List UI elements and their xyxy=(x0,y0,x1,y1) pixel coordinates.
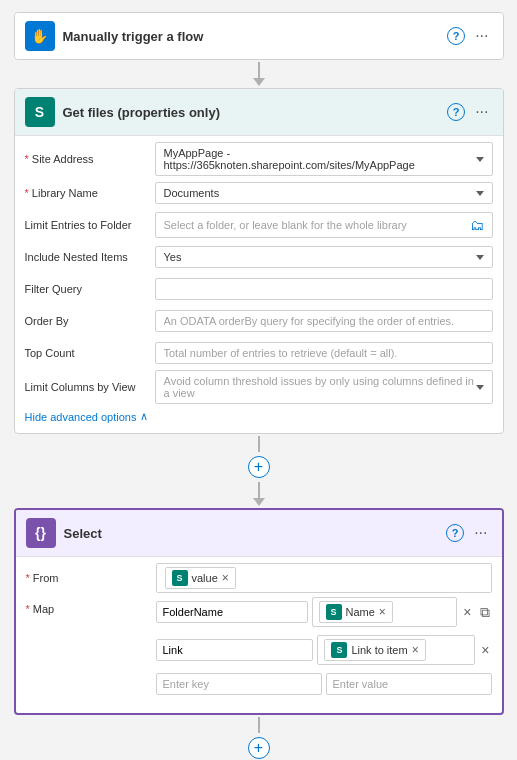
library-name-select[interactable]: Documents xyxy=(155,182,493,204)
map-val-chip-close-0[interactable]: × xyxy=(379,606,386,618)
trigger-title: Manually trigger a flow xyxy=(63,29,440,44)
library-name-row: Library Name Documents xyxy=(25,178,493,208)
limit-columns-row: Limit Columns by View Avoid column thres… xyxy=(25,370,493,404)
limit-folder-placeholder: Select a folder, or leave blank for the … xyxy=(164,219,470,231)
limit-columns-control[interactable]: Avoid column threshold issues by only us… xyxy=(155,370,493,404)
get-files-card: S Get files (properties only) ? ··· Site… xyxy=(14,88,504,434)
filter-query-label: Filter Query xyxy=(25,283,155,295)
from-chip-icon: S xyxy=(172,570,188,586)
order-by-control[interactable] xyxy=(155,310,493,332)
map-val-2[interactable] xyxy=(326,673,492,695)
connector-3: + xyxy=(248,717,270,760)
trigger-card: ✋ Manually trigger a flow ? ··· xyxy=(14,12,504,60)
trigger-help-btn[interactable]: ? xyxy=(447,27,465,45)
from-field[interactable]: S value × xyxy=(156,563,492,593)
map-row-2 xyxy=(156,673,492,695)
select-title: Select xyxy=(64,526,439,541)
map-del-btn-1[interactable]: × xyxy=(479,642,491,658)
select-help-btn[interactable]: ? xyxy=(446,524,464,542)
from-row: From S value × xyxy=(26,563,492,593)
nested-items-control[interactable]: Yes xyxy=(155,246,493,268)
order-by-row: Order By xyxy=(25,306,493,336)
map-key-2[interactable] xyxy=(156,673,322,695)
top-count-label: Top Count xyxy=(25,347,155,359)
connector-line-3a xyxy=(258,717,260,733)
top-count-input[interactable] xyxy=(155,342,493,364)
site-address-value: MyAppPage - https://365knoten.sharepoint… xyxy=(164,147,476,171)
trigger-actions: ? ··· xyxy=(447,25,492,47)
map-val-chip-label-1: Link to item xyxy=(351,644,407,656)
site-address-label: Site Address xyxy=(25,153,155,165)
nested-items-select[interactable]: Yes xyxy=(155,246,493,268)
add-step-btn-2[interactable]: + xyxy=(248,737,270,759)
folder-browse-btn[interactable]: 🗂 xyxy=(470,217,484,233)
trigger-menu-btn[interactable]: ··· xyxy=(471,25,492,47)
top-count-control[interactable] xyxy=(155,342,493,364)
from-chip-close[interactable]: × xyxy=(222,572,229,584)
limit-columns-select[interactable]: Avoid column threshold issues by only us… xyxy=(155,370,493,404)
select-card: {} Select ? ··· From S value × xyxy=(14,508,504,715)
limit-folder-select[interactable]: Select a folder, or leave blank for the … xyxy=(155,212,493,238)
select-icon: {} xyxy=(26,518,56,548)
map-val-chip-close-1[interactable]: × xyxy=(412,644,419,656)
flow-container: ✋ Manually trigger a flow ? ··· S Get fi… xyxy=(10,12,507,760)
library-name-label: Library Name xyxy=(25,187,155,199)
select-actions: ? ··· xyxy=(446,522,491,544)
site-address-chevron xyxy=(476,157,484,162)
map-val-chip-icon-1: S xyxy=(331,642,347,658)
map-del-btn-0[interactable]: × xyxy=(461,604,473,620)
site-address-control[interactable]: MyAppPage - https://365knoten.sharepoint… xyxy=(155,142,493,176)
get-files-title: Get files (properties only) xyxy=(63,105,440,120)
top-count-row: Top Count xyxy=(25,338,493,368)
library-name-value: Documents xyxy=(164,187,476,199)
map-val-chip-0: S Name × xyxy=(319,601,393,623)
hide-advanced-label: Hide advanced options xyxy=(25,411,137,423)
select-menu-btn[interactable]: ··· xyxy=(470,522,491,544)
filter-query-row: Filter Query ContentType eq 'Folder' xyxy=(25,274,493,304)
map-val-0: S Name × xyxy=(312,597,458,627)
map-row-0: S Name × × ⧉ xyxy=(156,597,492,627)
get-files-actions: ? ··· xyxy=(447,101,492,123)
limit-folder-control[interactable]: Select a folder, or leave blank for the … xyxy=(155,212,493,238)
get-files-header: S Get files (properties only) ? ··· xyxy=(15,89,503,135)
hide-advanced-toggle[interactable]: Hide advanced options ∧ xyxy=(25,410,493,423)
connector-arrow-2 xyxy=(253,498,265,506)
limit-folder-row: Limit Entries to Folder Select a folder,… xyxy=(25,210,493,240)
limit-columns-chevron xyxy=(476,385,484,390)
connector-line-2a xyxy=(258,436,260,452)
site-address-select[interactable]: MyAppPage - https://365knoten.sharepoint… xyxy=(155,142,493,176)
add-step-btn-1[interactable]: + xyxy=(248,456,270,478)
order-by-label: Order By xyxy=(25,315,155,327)
connector-2: + xyxy=(248,436,270,506)
nested-items-value: Yes xyxy=(164,251,476,263)
from-label: From xyxy=(26,572,156,584)
limit-folder-label: Limit Entries to Folder xyxy=(25,219,155,231)
select-body: From S value × Map xyxy=(16,556,502,713)
get-files-icon: S xyxy=(25,97,55,127)
connector-1 xyxy=(253,62,265,86)
map-rows: S Name × × ⧉ S xyxy=(156,597,492,699)
map-val-1: S Link to item × xyxy=(317,635,475,665)
limit-columns-label: Limit Columns by View xyxy=(25,381,155,393)
filter-query-control[interactable]: ContentType eq 'Folder' xyxy=(155,278,493,300)
map-copy-btn-0[interactable]: ⧉ xyxy=(478,604,492,621)
order-by-input[interactable] xyxy=(155,310,493,332)
map-val-chip-icon-0: S xyxy=(326,604,342,620)
get-files-help-btn[interactable]: ? xyxy=(447,103,465,121)
limit-columns-placeholder: Avoid column threshold issues by only us… xyxy=(164,375,476,399)
nested-items-label: Include Nested Items xyxy=(25,251,155,263)
map-val-chip-1: S Link to item × xyxy=(324,639,425,661)
trigger-header: ✋ Manually trigger a flow ? ··· xyxy=(15,13,503,59)
from-chip-label: value xyxy=(192,572,218,584)
library-name-chevron xyxy=(476,191,484,196)
library-name-control[interactable]: Documents xyxy=(155,182,493,204)
filter-query-input[interactable]: ContentType eq 'Folder' xyxy=(155,278,493,300)
get-files-menu-btn[interactable]: ··· xyxy=(471,101,492,123)
map-key-1[interactable] xyxy=(156,639,314,661)
get-files-body: Site Address MyAppPage - https://365knot… xyxy=(15,135,503,433)
site-address-row: Site Address MyAppPage - https://365knot… xyxy=(25,142,493,176)
map-key-0[interactable] xyxy=(156,601,308,623)
select-header: {} Select ? ··· xyxy=(16,510,502,556)
connector-line-2b xyxy=(258,482,260,498)
hide-advanced-icon: ∧ xyxy=(140,410,148,423)
